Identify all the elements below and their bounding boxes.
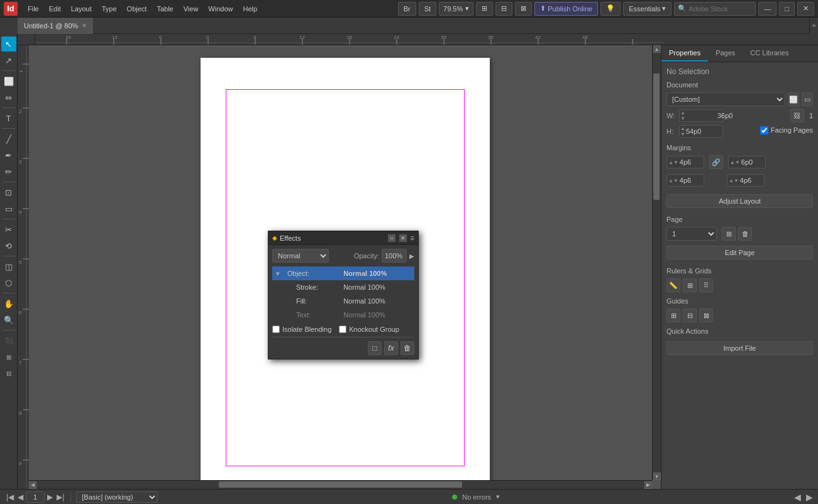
arrange-btn[interactable]: ⊠ xyxy=(515,2,532,16)
rectangle-frame-tool[interactable]: ⊡ xyxy=(1,185,16,200)
effects-close-btn[interactable]: ✕ xyxy=(399,234,407,243)
prev-page-btn[interactable]: ◀ xyxy=(16,493,25,501)
direct-select-tool[interactable]: ↗ xyxy=(1,53,16,68)
knockout-group-checkbox[interactable] xyxy=(339,326,346,333)
document-preset-select[interactable]: [Custom] xyxy=(666,92,785,106)
scrollbar-horizontal[interactable]: ◀ ▶ xyxy=(29,480,652,489)
scrollbar-vertical[interactable]: ▲ ▼ xyxy=(652,45,661,480)
errors-dropdown-icon[interactable]: ▾ xyxy=(496,493,500,501)
transform-tool[interactable]: ⟲ xyxy=(1,238,16,253)
line-tool[interactable]: ╱ xyxy=(1,131,16,146)
panel-collapse-right[interactable]: » xyxy=(809,18,818,34)
menu-table[interactable]: Table xyxy=(152,4,178,14)
grid-dots-btn[interactable]: ⠿ xyxy=(699,278,713,292)
lightbulb-btn[interactable]: 💡 xyxy=(600,2,621,16)
portrait-btn[interactable]: ⬜ xyxy=(788,92,799,106)
adjust-layout-btn[interactable]: Adjust Layout xyxy=(666,194,813,208)
scroll-up-btn[interactable]: ▲ xyxy=(653,45,661,53)
page-tool[interactable]: ⬜ xyxy=(1,74,16,89)
next-page-btn[interactable]: ▶ xyxy=(46,493,54,501)
link-dimensions-btn[interactable]: ⛓ xyxy=(790,109,804,123)
scroll-thumb-v[interactable] xyxy=(653,74,660,199)
menu-object[interactable]: Object xyxy=(122,4,152,14)
essentials-btn[interactable]: Essentials ▾ xyxy=(623,2,672,16)
scroll-left-btn[interactable]: ◀ xyxy=(29,481,36,489)
grid-lines-btn[interactable]: ⊞ xyxy=(683,278,697,292)
bridge-btn[interactable]: Br xyxy=(398,2,416,16)
menu-help[interactable]: Help xyxy=(238,4,262,14)
guides-lock-btn[interactable]: ⊟ xyxy=(683,309,697,322)
view-options-btn[interactable]: ⊟ xyxy=(495,2,512,16)
facing-pages-checkbox[interactable] xyxy=(760,126,768,134)
rulers-btn[interactable]: 📏 xyxy=(666,278,680,292)
gradient-tool[interactable]: ◫ xyxy=(1,259,16,274)
tab-close-btn[interactable]: ✕ xyxy=(82,22,87,29)
effects-menu-icon[interactable]: ≡ xyxy=(410,234,414,243)
pencil-tool[interactable]: ✏ xyxy=(1,164,16,179)
blend-mode-select[interactable]: Normal xyxy=(272,249,329,263)
publish-online-btn[interactable]: ⬆ Publish Online xyxy=(534,2,598,16)
effects-row-text[interactable]: Text: Normal 100% xyxy=(272,308,414,322)
scissors-tool[interactable]: ✂ xyxy=(1,222,16,237)
panel-collapse-right[interactable]: ▶ xyxy=(806,492,813,502)
delete-page-btn[interactable]: 🗑 xyxy=(738,227,752,241)
tab-properties[interactable]: Properties xyxy=(661,45,708,62)
import-file-btn[interactable]: Import File xyxy=(666,341,813,355)
pen-tool[interactable]: ✒ xyxy=(1,148,16,163)
zoom-control[interactable]: 79.5% ▾ xyxy=(439,2,473,16)
panel-collapse-left[interactable]: ◀ xyxy=(794,492,801,502)
landscape-btn[interactable]: ▭ xyxy=(802,92,813,106)
guides-delete-btn[interactable]: ⊠ xyxy=(699,309,713,322)
type-tool[interactable]: T xyxy=(1,111,16,126)
scroll-thumb-h[interactable] xyxy=(219,481,462,488)
menu-type[interactable]: Type xyxy=(97,4,122,14)
isolate-blending-checkbox[interactable] xyxy=(272,326,280,333)
normal-mode[interactable]: ⊞ xyxy=(1,349,16,364)
effects-collapse-btn[interactable]: ‹‹ xyxy=(387,234,396,243)
document-tab[interactable]: Untitled-1 @ 80% ✕ xyxy=(18,18,94,34)
menu-edit[interactable]: Edit xyxy=(44,4,66,14)
menu-layout[interactable]: Layout xyxy=(66,4,97,14)
zoom-dropdown-icon[interactable]: ▾ xyxy=(465,4,469,13)
effects-row-stroke[interactable]: Stroke: Normal 100% xyxy=(272,280,414,294)
tab-pages[interactable]: Pages xyxy=(708,45,743,62)
edit-page-btn[interactable]: Edit Page xyxy=(666,246,813,260)
tab-cc-libraries[interactable]: CC Libraries xyxy=(743,45,796,62)
rectangle-tool[interactable]: ▭ xyxy=(1,201,16,216)
last-page-btn[interactable]: ▶| xyxy=(55,493,65,501)
preview-mode[interactable]: ⊟ xyxy=(1,366,16,381)
effects-titlebar[interactable]: ◆ Effects ‹‹ ✕ ≡ xyxy=(268,231,418,245)
scroll-down-btn[interactable]: ▼ xyxy=(653,473,661,480)
menu-window[interactable]: Window xyxy=(203,4,238,14)
margin-top-stepper[interactable]: ▲▼ xyxy=(667,160,680,165)
margin-bottom-stepper[interactable]: ▲▼ xyxy=(667,178,680,184)
effects-fx-btn[interactable]: fx xyxy=(384,341,398,355)
margin-lock-btn[interactable]: 🔗 xyxy=(709,155,723,169)
color-theme-tool[interactable]: ⬡ xyxy=(1,275,16,290)
opacity-arrow[interactable]: ▶ xyxy=(409,253,414,260)
current-page-input[interactable] xyxy=(26,491,45,503)
close-window-btn[interactable]: ✕ xyxy=(797,2,814,16)
layout-tools-btn[interactable]: ⊞ xyxy=(476,2,493,16)
zoom-tool[interactable]: 🔍 xyxy=(1,312,16,327)
maximize-btn[interactable]: □ xyxy=(779,2,795,16)
margin-left-stepper[interactable]: ▲▼ xyxy=(727,178,740,184)
effects-clear-btn[interactable]: □ xyxy=(368,341,382,355)
effects-row-fill[interactable]: Fill: Normal 100% xyxy=(272,294,414,308)
minimize-btn[interactable]: — xyxy=(758,2,777,16)
opacity-input[interactable] xyxy=(382,249,407,263)
page-select[interactable]: 1 xyxy=(666,227,717,241)
w-stepper-up[interactable]: ▲▼ xyxy=(680,110,686,121)
hand-tool[interactable]: ✋ xyxy=(1,296,16,311)
first-page-btn[interactable]: |◀ xyxy=(5,493,15,501)
w-input[interactable] xyxy=(686,109,717,122)
gap-tool[interactable]: ⇔ xyxy=(1,90,16,105)
style-select[interactable]: [Basic] (working) xyxy=(76,491,158,503)
add-page-btn[interactable]: ⊞ xyxy=(722,227,736,241)
effects-row-object[interactable]: ▾ Object: Normal 100% xyxy=(272,266,414,280)
guides-show-btn[interactable]: ⊞ xyxy=(666,309,680,322)
margin-right-stepper[interactable]: ▲▼ xyxy=(729,160,741,165)
menu-view[interactable]: View xyxy=(179,4,204,14)
fill-color[interactable]: ⬛ xyxy=(1,333,16,348)
stock-btn[interactable]: St xyxy=(419,2,436,16)
